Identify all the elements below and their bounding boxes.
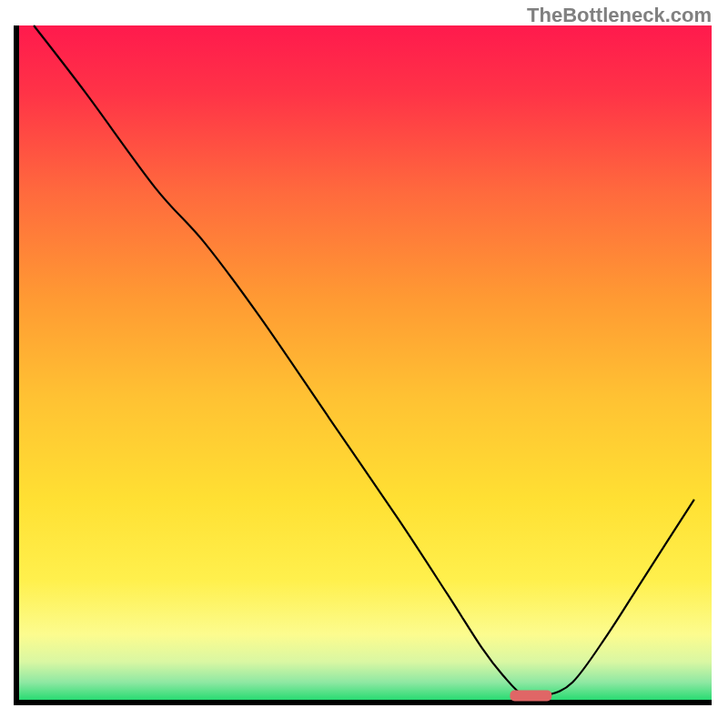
- watermark-text: TheBottleneck.com: [527, 4, 712, 27]
- plot-background: [16, 25, 712, 703]
- bottleneck-chart: [0, 0, 728, 728]
- optimal-marker: [510, 691, 551, 702]
- chart-container: TheBottleneck.com: [0, 0, 728, 728]
